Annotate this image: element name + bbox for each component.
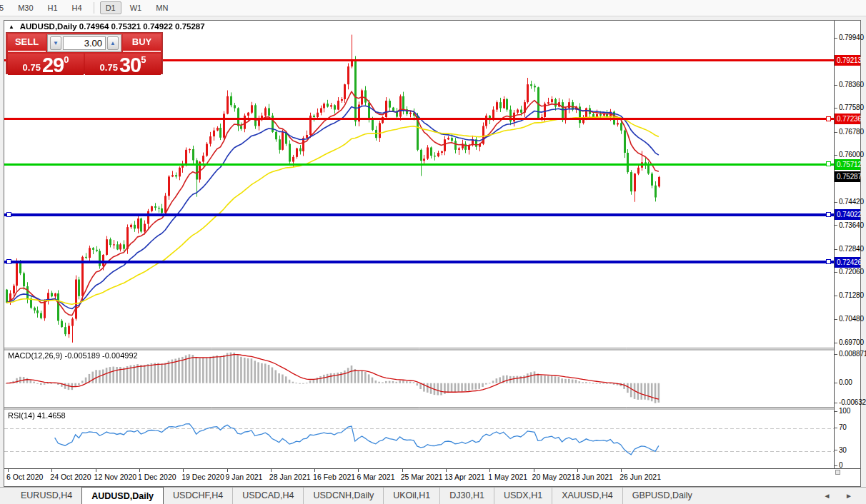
timeframe-button-m30[interactable]: M30 (12, 1, 39, 14)
chart-title: ▲ AUDUSD,Daily 0.74964 0.75321 0.74922 0… (9, 22, 205, 31)
date-axis-tick (51, 469, 52, 472)
date-axis-label: 1 Dec 2020 (138, 473, 176, 481)
timeframe-button-mn[interactable]: MN (150, 1, 174, 14)
date-axis-label: 28 Jan 2021 (269, 473, 311, 481)
timeframe-button-5[interactable]: 5 (0, 1, 9, 14)
chart-tabs-bar: EURUSD,H4AUDUSD,DailyUSDCHF,H4USDCAD,H4U… (0, 487, 866, 504)
indicator-axis-tick: 0 (835, 461, 842, 471)
indicator-axis-tick: 30 (835, 446, 847, 456)
price-badge-0.79213: 0.79213 (835, 55, 860, 66)
horizontal-line-0.77236[interactable] (4, 118, 834, 120)
tab-scroll-right-icon[interactable]: ► (839, 492, 859, 500)
sell-button[interactable]: SELL (8, 34, 46, 52)
date-axis-tick (358, 469, 359, 472)
volume-decrease-button[interactable]: ▼ (50, 36, 61, 50)
volume-increase-button[interactable]: ▲ (107, 36, 119, 50)
tab-gbpusd-daily[interactable]: GBPUSD,Daily (622, 488, 702, 504)
price-chart-canvas[interactable] (4, 21, 834, 468)
price-axis-tick: 0.78360 (835, 81, 864, 91)
price-axis[interactable]: 0.799400.783600.775800.767800.760000.744… (834, 21, 860, 468)
horizontal-line-0.74022[interactable] (4, 213, 834, 216)
indicator-axis-tick: 70 (835, 423, 847, 433)
date-axis-label: 20 May 2021 (532, 473, 576, 481)
sell-price-prefix: 0.75 (23, 61, 41, 74)
tab-scroll-left-icon[interactable]: ◄ (817, 492, 837, 500)
date-axis-tick (227, 469, 228, 472)
chart-ohlc-values: 0.74964 0.75321 0.74922 0.75287 (79, 22, 205, 31)
volume-spinner: ▼ ▲ (47, 34, 121, 52)
tab-dj30-h1[interactable]: DJ30,H1 (439, 488, 494, 504)
date-axis-tick (183, 469, 184, 472)
buy-price-sup-digit: 5 (141, 54, 146, 65)
date-axis-tick (489, 469, 490, 472)
date-axis-tick (8, 469, 9, 472)
sell-price-sup-digit: 0 (64, 54, 69, 65)
line-anchor-marker[interactable] (6, 212, 11, 217)
macd-indicator-label: MACD(12,26,9) -0.005189 -0.004992 (8, 351, 138, 360)
tab-eurusd-h4[interactable]: EURUSD,H4 (11, 488, 81, 504)
timeframe-button-w1[interactable]: W1 (124, 1, 148, 14)
date-axis-tick (621, 469, 622, 472)
timeframe-button-d1[interactable]: D1 (100, 1, 121, 14)
line-anchor-marker[interactable] (826, 212, 831, 217)
date-axis-label: 24 Oct 2020 (50, 473, 91, 481)
date-axis-label: 12 Nov 2020 (94, 473, 137, 481)
date-axis-tick (577, 469, 578, 472)
price-badge-0.75712: 0.75712 (835, 159, 860, 170)
price-axis-tick: 0.69700 (835, 338, 864, 348)
tab-usdx-h1[interactable]: USDX,H1 (494, 488, 552, 504)
date-axis-label: 19 Dec 2020 (181, 473, 224, 481)
line-anchor-marker[interactable] (826, 116, 831, 121)
indicator-axis-tick: 0.00 (835, 378, 852, 388)
indicator-axis-tick: 0.008871 (835, 350, 866, 360)
tab-ukoil-h1[interactable]: UKOil,H1 (383, 488, 439, 504)
timeframe-toolbar: 5M30H1H4D1W1MN (0, 0, 866, 16)
volume-input[interactable] (63, 36, 106, 50)
panel-collapse-icon[interactable]: ▲ (9, 24, 14, 30)
tab-scroll-arrows: ◄ ► (817, 492, 866, 500)
price-axis-tick: 0.72060 (835, 268, 864, 278)
price-axis-tick: 0.79940 (835, 34, 864, 44)
horizontal-line-0.75712[interactable] (4, 163, 834, 166)
price-badge-0.74022: 0.74022 (835, 209, 860, 220)
date-axis-tick (446, 469, 447, 472)
price-axis-tick: 0.76780 (835, 128, 864, 138)
toolbar-separator (94, 2, 94, 14)
line-anchor-marker[interactable] (6, 259, 11, 264)
price-badge-0.77236: 0.77236 (835, 114, 860, 124)
sell-price-display[interactable]: 0.75 29 0 (8, 54, 84, 75)
tab-usdcad-h4[interactable]: USDCAD,H4 (232, 488, 303, 504)
date-axis-label: 25 Mar 2021 (401, 473, 443, 481)
date-axis-label: 16 Feb 2021 (313, 473, 355, 481)
timeframe-button-h4[interactable]: H4 (66, 1, 88, 14)
date-axis-label: 1 May 2021 (488, 473, 527, 481)
price-badge-0.72426: 0.72426 (835, 257, 860, 268)
date-axis-tick (534, 469, 534, 472)
buy-price-prefix: 0.75 (100, 61, 118, 74)
price-axis-tick: 0.77580 (835, 104, 864, 114)
price-axis-tick: 0.70480 (835, 315, 864, 325)
rsi-indicator-label: RSI(14) 41.4658 (8, 411, 66, 420)
price-axis-tick: 0.73640 (835, 221, 864, 231)
indicator-axis-tick: 100 (835, 407, 850, 417)
buy-price-big-digits: 30 (119, 56, 141, 74)
date-axis-label: 9 Jan 2021 (226, 473, 263, 481)
buy-button[interactable]: BUY (123, 34, 161, 52)
date-axis-label: 13 Apr 2021 (444, 473, 485, 481)
timeframe-button-h1[interactable]: H1 (42, 1, 64, 14)
tab-audusd-daily[interactable]: AUDUSD,Daily (81, 487, 164, 504)
line-anchor-marker[interactable] (826, 161, 831, 166)
trading-platform-screen: 5M30H1H4D1W1MN ▲ AUDUSD,Daily 0.74964 0.… (0, 0, 866, 504)
sell-price-big-digits: 29 (42, 56, 64, 74)
tab-usdcnh-daily[interactable]: USDCNH,Daily (303, 488, 383, 504)
tab-xauusd-h4[interactable]: XAUUSD,H4 (552, 488, 622, 504)
chart-window: ▲ AUDUSD,Daily 0.74964 0.75321 0.74922 0… (4, 20, 861, 487)
tab-usdchf-h4[interactable]: USDCHF,H4 (164, 488, 232, 504)
date-axis-tick (314, 469, 315, 472)
price-axis-tick: 0.72840 (835, 245, 864, 255)
horizontal-line-0.72426[interactable] (4, 261, 834, 263)
date-axis[interactable]: 6 Oct 202024 Oct 202012 Nov 20201 Dec 20… (4, 468, 860, 486)
buy-price-display[interactable]: 0.75 30 5 (85, 54, 161, 75)
line-anchor-marker[interactable] (826, 259, 831, 264)
date-axis-label: 26 Jun 2021 (619, 473, 661, 481)
